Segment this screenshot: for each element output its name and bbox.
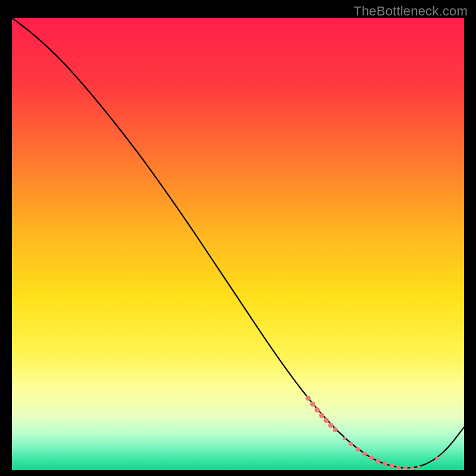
dot-point <box>362 452 367 456</box>
dot-point <box>324 418 329 423</box>
gradient-background <box>12 18 464 470</box>
dot-point <box>376 459 381 464</box>
watermark-text: TheBottleneck.com <box>353 4 468 19</box>
dot-point <box>315 408 320 413</box>
dot-point <box>396 465 401 470</box>
dot-point <box>328 423 333 428</box>
dot-point <box>403 466 408 470</box>
dot-point <box>383 462 387 466</box>
chart-svg <box>12 18 464 470</box>
dot-point <box>369 456 374 461</box>
dot-point <box>417 465 421 469</box>
dot-point <box>333 427 337 432</box>
dot-point <box>343 437 346 440</box>
plot-area <box>12 18 464 470</box>
dot-point <box>410 466 414 469</box>
dot-point <box>310 402 315 407</box>
dot-point <box>306 396 311 400</box>
dot-point <box>435 456 439 460</box>
dot-point <box>349 441 353 446</box>
dot-point <box>356 447 361 452</box>
dot-point <box>390 464 394 468</box>
chart-stage: TheBottleneck.com <box>0 0 476 476</box>
dot-point <box>319 413 324 418</box>
